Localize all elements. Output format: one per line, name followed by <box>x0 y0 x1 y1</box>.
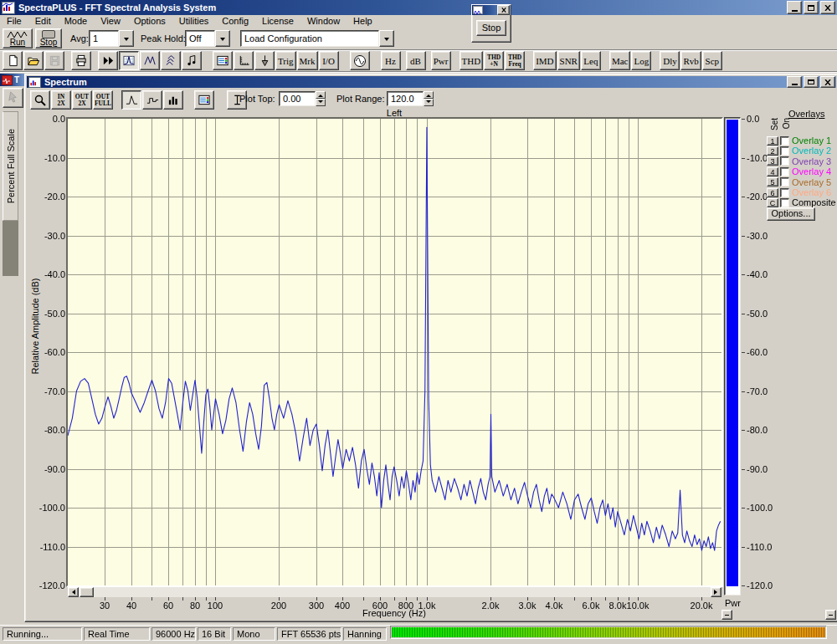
menu-config[interactable]: Config <box>215 15 255 28</box>
overlay-on-checkbox-1[interactable] <box>780 136 789 146</box>
zoom-in-2x-button[interactable]: IN2X <box>51 90 71 110</box>
mini-window-titlebar[interactable] <box>472 5 511 15</box>
plot-range-spinner[interactable] <box>424 91 434 106</box>
status-panel-6: Hanning <box>343 627 387 641</box>
hz-button[interactable]: Hz <box>381 51 401 70</box>
phase-view-button[interactable] <box>182 51 202 70</box>
overlay-set-button-1[interactable]: 1 <box>767 136 778 146</box>
menu-options[interactable]: Options <box>127 15 172 28</box>
peak-hold-dropdown-button[interactable] <box>215 30 230 47</box>
scope-button[interactable]: Scp <box>702 51 722 70</box>
mini-stop-button[interactable]: Stop <box>476 20 507 36</box>
delay-button[interactable]: Dly <box>660 51 680 70</box>
spectrum-close-button[interactable] <box>820 76 835 88</box>
scroll-left-button[interactable] <box>68 587 79 597</box>
mixer-button[interactable] <box>213 51 233 70</box>
overlay-set-button-5[interactable]: 5 <box>767 177 778 187</box>
scaling-button[interactable] <box>234 51 254 70</box>
plot-hscrollbar[interactable] <box>68 587 721 597</box>
plot-top-spinner[interactable] <box>316 91 326 106</box>
window-corner-button[interactable] <box>825 610 836 620</box>
run-button[interactable]: Run <box>3 28 33 49</box>
close-button[interactable] <box>820 1 835 14</box>
menu-view[interactable]: View <box>94 15 127 28</box>
maximize-button[interactable] <box>804 1 819 14</box>
overlay-set-button-6[interactable]: 6 <box>767 188 778 197</box>
menu-window[interactable]: Window <box>300 15 347 28</box>
menu-mode[interactable]: Mode <box>58 15 95 28</box>
transfer-function-button[interactable] <box>98 51 118 70</box>
scroll-right-button[interactable] <box>711 587 721 597</box>
save-file-button[interactable] <box>44 51 64 70</box>
signal-generator-button[interactable] <box>350 51 370 70</box>
macro-button[interactable]: Mac <box>609 51 631 70</box>
spectrum-titlebar[interactable]: Spectrum <box>27 76 836 88</box>
overlay-on-checkbox-2[interactable] <box>780 146 789 156</box>
spectrum-minimize-button[interactable] <box>787 76 802 88</box>
notes-chart-icon <box>186 54 198 67</box>
spectrum-plot[interactable] <box>66 117 723 587</box>
stop-button[interactable]: Stop <box>35 28 62 49</box>
pwr-button[interactable]: Pwr <box>431 51 451 70</box>
print-button[interactable] <box>71 51 91 70</box>
mixer-panel-icon <box>198 94 211 106</box>
trigger-button[interactable]: Trig <box>275 51 296 70</box>
menu-file[interactable]: File <box>0 15 28 28</box>
background-window-titlebar[interactable]: T <box>0 74 26 86</box>
io-button[interactable]: I/O <box>319 51 339 70</box>
overlay-set-button-2[interactable]: 2 <box>767 146 778 156</box>
overlay-on-checkbox-c[interactable] <box>780 198 789 207</box>
zoom-out-full-button[interactable]: OUTFULL <box>93 90 113 110</box>
percent-full-scale-tab[interactable]: Percent Full Scale <box>3 111 18 221</box>
spinner-up-icon <box>426 92 431 97</box>
spectrogram-view-button[interactable] <box>161 51 181 70</box>
display-options-button[interactable] <box>194 90 214 110</box>
menu-utilities[interactable]: Utilities <box>172 15 215 28</box>
line-display-button[interactable] <box>121 90 141 110</box>
pwr-scale-down-button[interactable] <box>721 610 732 620</box>
overlay-on-checkbox-6[interactable] <box>780 188 789 197</box>
overlay-on-checkbox-3[interactable] <box>780 156 789 166</box>
menu-help[interactable]: Help <box>347 15 379 28</box>
peak-hold-combobox[interactable]: Off <box>185 30 230 47</box>
overlay-on-checkbox-4[interactable] <box>780 167 789 176</box>
step-display-button[interactable] <box>142 90 162 110</box>
spectrum-maximize-button[interactable] <box>804 76 819 88</box>
imd-button[interactable]: IMD <box>533 51 556 70</box>
load-configuration-dropdown-button[interactable] <box>379 30 394 47</box>
overlay-on-checkbox-5[interactable] <box>780 177 789 187</box>
leq-button[interactable]: Leq <box>581 51 601 70</box>
menu-edit[interactable]: Edit <box>28 15 58 28</box>
bar-display-button[interactable] <box>163 90 183 110</box>
thd-button[interactable]: THD <box>460 51 484 70</box>
avg-dropdown-button[interactable] <box>119 30 134 47</box>
plot-top-input[interactable]: 0.00 <box>279 91 316 106</box>
db-button[interactable]: dB <box>406 51 426 70</box>
main-titlebar[interactable]: SpectraPLUS - FFT Spectral Analysis Syst… <box>0 0 837 15</box>
open-file-button[interactable] <box>23 51 44 70</box>
time-series-view-button[interactable] <box>140 51 160 70</box>
thd-n-button[interactable]: THD+N <box>484 51 504 70</box>
log-button[interactable]: Log <box>631 51 651 70</box>
zoom-select-button[interactable] <box>30 90 50 110</box>
load-configuration-combobox[interactable]: Load Configuration <box>240 30 394 47</box>
mini-close-button[interactable] <box>497 5 510 15</box>
overlay-set-button-4[interactable]: 4 <box>767 167 778 176</box>
zoom-out-2x-button[interactable]: OUT2X <box>72 90 92 110</box>
new-file-button[interactable] <box>3 51 23 70</box>
plot-range-input[interactable]: 120.0 <box>387 91 424 106</box>
scrollbar-thumb[interactable] <box>80 587 94 597</box>
overlay-set-button-3[interactable]: 3 <box>767 156 778 166</box>
thd-freq-button[interactable]: THDFreq <box>505 51 525 70</box>
avg-combobox[interactable]: 1 <box>89 30 134 47</box>
pointer-tool-button[interactable] <box>3 88 23 108</box>
minimize-button[interactable] <box>787 1 802 14</box>
reverb-button[interactable]: Rvb <box>680 51 701 70</box>
menu-license[interactable]: License <box>255 15 300 28</box>
snr-button[interactable]: SNR <box>557 51 580 70</box>
spectrum-view-button[interactable] <box>119 51 139 70</box>
overlay-set-button-c[interactable]: C <box>767 198 778 207</box>
mic-calibration-button[interactable] <box>254 51 275 70</box>
marker-button[interactable]: Mrk <box>297 51 318 70</box>
overlays-options-button[interactable]: Options... <box>767 207 815 221</box>
